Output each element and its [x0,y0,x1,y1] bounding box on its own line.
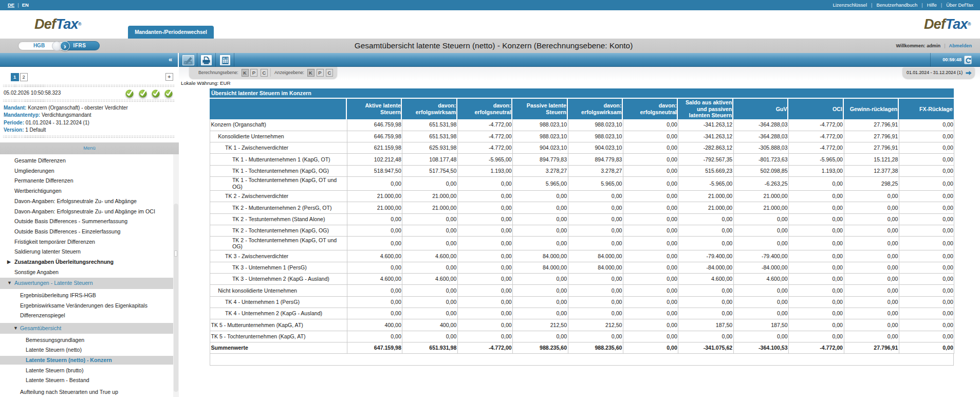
svg-text:XLS: XLS [223,57,228,60]
